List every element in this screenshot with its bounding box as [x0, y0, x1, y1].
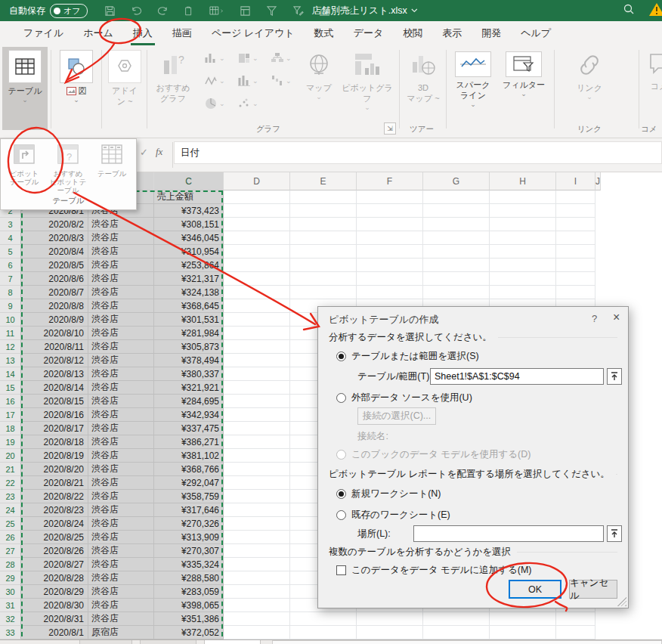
row-header-13[interactable]: 13 — [0, 354, 21, 367]
ok-button[interactable]: OK — [509, 580, 561, 599]
sheet-tab[interactable] — [140, 640, 196, 644]
cell-empty[interactable] — [224, 340, 290, 354]
cell-amount[interactable]: ¥321,317 — [154, 272, 224, 286]
cell-empty[interactable] — [423, 612, 490, 626]
cell-store[interactable]: 渋谷店 — [88, 395, 154, 408]
row-header-17[interactable]: 17 — [0, 408, 21, 422]
cell-store[interactable]: 渋谷店 — [88, 218, 154, 231]
tab-7[interactable]: 校閲 — [393, 22, 432, 45]
cell-store[interactable]: 渋谷店 — [88, 490, 154, 503]
cell-store[interactable]: 原宿店 — [88, 626, 154, 639]
cell-amount[interactable]: ¥398,065 — [154, 599, 224, 612]
row-header-20[interactable]: 20 — [0, 449, 21, 463]
column-header-I[interactable]: I — [556, 172, 595, 190]
cell-amount[interactable]: ¥386,271 — [154, 435, 224, 449]
cell-empty[interactable] — [224, 245, 290, 259]
pie-chart-button[interactable]: ⌄ — [204, 97, 225, 110]
resize-grip[interactable] — [617, 597, 626, 606]
cell-empty[interactable] — [224, 408, 290, 422]
cell-amount[interactable]: ¥368,766 — [154, 463, 224, 476]
cell-empty[interactable] — [556, 218, 595, 231]
cell-store[interactable]: 渋谷店 — [88, 517, 154, 531]
row-header-12[interactable]: 12 — [0, 340, 21, 354]
cell-empty[interactable] — [224, 204, 290, 218]
row-header-14[interactable]: 14 — [0, 367, 21, 381]
row-header-21[interactable]: 21 — [0, 463, 21, 476]
filter-edit-icon[interactable] — [292, 5, 304, 17]
cell-empty[interactable] — [224, 571, 290, 585]
cell-date[interactable]: 2020/8/29 — [21, 585, 88, 599]
cell-empty[interactable] — [357, 612, 423, 626]
cell-empty[interactable] — [290, 190, 357, 204]
cell-store[interactable]: 渋谷店 — [88, 571, 154, 585]
sparkline-button[interactable]: スパーク ライン — [450, 47, 496, 108]
waterfall-chart-button[interactable]: ⌄ — [271, 74, 292, 87]
hierarchy-chart-button[interactable]: ⌄ — [271, 51, 292, 64]
cell-empty[interactable] — [556, 259, 595, 272]
cell-date[interactable]: 2020/8/27 — [21, 558, 88, 571]
cell-date[interactable]: 2020/8/17 — [21, 422, 88, 435]
tab-2[interactable]: 挿入 — [123, 22, 162, 45]
cell-empty[interactable] — [490, 259, 556, 272]
cell-empty[interactable] — [224, 599, 290, 612]
cell-empty[interactable] — [556, 286, 595, 299]
cell-empty[interactable] — [224, 490, 290, 503]
row-header-6[interactable]: 6 — [0, 259, 21, 272]
cell-date[interactable]: 2020/8/15 — [21, 395, 88, 408]
charts-dialog-launcher-icon[interactable]: ⇲ — [384, 122, 396, 135]
row-header-15[interactable]: 15 — [0, 381, 21, 395]
cell-empty[interactable] — [357, 259, 423, 272]
row-header-11[interactable]: 11 — [0, 327, 21, 340]
menu-item-table[interactable]: テーブル — [90, 144, 134, 195]
cell-store[interactable]: 渋谷店 — [88, 585, 154, 599]
sheet-tab[interactable] — [79, 640, 132, 644]
cell-date[interactable]: 2020/8/20 — [21, 463, 88, 476]
cell-store[interactable]: 渋谷店 — [88, 558, 154, 571]
cell-empty[interactable] — [357, 231, 423, 245]
cell-empty[interactable] — [224, 190, 290, 204]
cell-store[interactable]: 渋谷店 — [88, 272, 154, 286]
cell-store[interactable]: 渋谷店 — [88, 599, 154, 612]
cell-empty[interactable] — [224, 476, 290, 490]
cell-amount[interactable]: ¥288,580 — [154, 571, 224, 585]
cell-amount[interactable]: ¥372,052 — [154, 626, 224, 639]
row-header-22[interactable]: 22 — [0, 476, 21, 490]
cell-empty[interactable] — [224, 354, 290, 367]
cell-store[interactable]: 渋谷店 — [88, 354, 154, 367]
autosave-toggle[interactable]: 自動保存 オフ — [9, 4, 88, 18]
cell-empty[interactable] — [423, 286, 490, 299]
row-header-19[interactable]: 19 — [0, 435, 21, 449]
tab-4[interactable]: ページ レイアウト — [202, 22, 305, 45]
cell-empty[interactable] — [224, 395, 290, 408]
cell-amount[interactable]: ¥308,151 — [154, 218, 224, 231]
cell-date[interactable]: 2020/8/28 — [21, 571, 88, 585]
cell-empty[interactable] — [490, 286, 556, 299]
column-header-D[interactable]: D — [224, 172, 290, 190]
cell-date[interactable]: 2020/8/6 — [21, 272, 88, 286]
row-header-28[interactable]: 28 — [0, 558, 21, 571]
cell-store[interactable]: 渋谷店 — [88, 435, 154, 449]
cell-date[interactable]: 2020/8/30 — [21, 599, 88, 612]
cell-date[interactable]: 2020/8/16 — [21, 408, 88, 422]
cell-empty[interactable] — [224, 313, 290, 327]
cell-store[interactable]: 渋谷店 — [88, 367, 154, 381]
cell-empty[interactable] — [423, 259, 490, 272]
row-header-30[interactable]: 30 — [0, 585, 21, 599]
dialog-help-button[interactable]: ? — [592, 313, 597, 324]
cell-empty[interactable] — [224, 327, 290, 340]
cell-empty[interactable] — [357, 272, 423, 286]
save-icon[interactable] — [104, 5, 116, 17]
cell-store[interactable]: 渋谷店 — [88, 449, 154, 463]
cell-empty[interactable] — [290, 612, 357, 626]
cancel-button[interactable]: キャンセル — [569, 580, 617, 599]
cell-empty[interactable] — [224, 259, 290, 272]
cell-empty[interactable] — [490, 204, 556, 218]
cell-empty[interactable] — [224, 503, 290, 517]
cell-store[interactable]: 渋谷店 — [88, 231, 154, 245]
cell-empty[interactable] — [357, 626, 423, 639]
cell-store[interactable]: 渋谷店 — [88, 503, 154, 517]
cell-empty[interactable] — [556, 612, 595, 626]
autosave-pill[interactable]: オフ — [50, 4, 88, 18]
cell-empty[interactable] — [423, 204, 490, 218]
cell-date[interactable]: 2020/8/19 — [21, 449, 88, 463]
